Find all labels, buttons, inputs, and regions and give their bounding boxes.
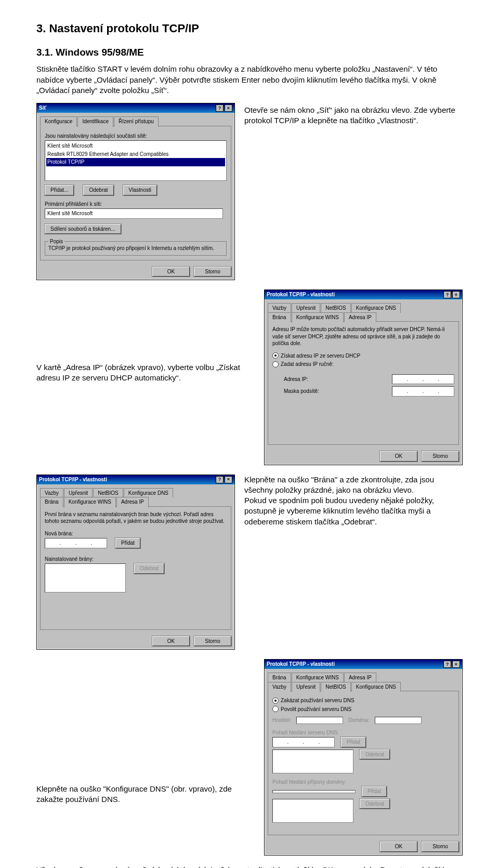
instruction-text: Klepněte na ouško "Brána" a zde zkontrol… [244,475,463,527]
close-icon[interactable]: × [452,661,460,668]
login-select[interactable]: Klient sítě Microsoft [45,208,223,219]
desc-text: TCP/IP je protokol používaný pro připoje… [48,245,214,251]
dialog-buttons: OK Storno [37,633,234,650]
dns-list[interactable] [272,749,353,773]
share-button[interactable]: Sdílení souborů a tiskáren... [45,224,121,234]
installed-gw-list[interactable] [45,563,126,593]
new-gw-row: ... Přidat [45,538,227,548]
list-item[interactable]: Realtek RTL8029 Ethernet Adapter and Com… [46,150,225,159]
domain-input[interactable] [375,717,422,724]
order1-inputrow: ... Přidat [272,737,454,747]
tabs-top: Vazby Upřesnit NetBIOS Konfigurace DNS [268,303,459,312]
window-ip: Protokol TCP/IP - vlastnosti ? × Vazby U… [264,290,463,465]
ok-button[interactable]: OK [152,636,190,647]
host-input[interactable] [296,717,343,724]
components-listbox[interactable]: Klient sítě Microsoft Realtek RTL8029 Et… [45,140,227,181]
tab-netbios[interactable]: NetBIOS [321,303,350,313]
tab-adresaip[interactable]: Adresa IP [344,673,376,682]
tab-konfigurace[interactable]: Konfigurace [40,116,77,127]
button-row: Přidat... Odebrat Vlastnosti [45,185,227,195]
remove-button[interactable]: Odebrat [360,799,390,809]
suffix-input[interactable] [272,790,356,793]
titlebar-buttons: ? × [216,476,232,483]
panel: Jsou nainstalovány následující součásti … [40,126,231,260]
cancel-button[interactable]: Storno [422,451,459,462]
tab-wins[interactable]: Konfigurace WINS [292,312,344,323]
titlebar-buttons: ? × [216,104,232,112]
help-icon[interactable]: ? [216,476,224,483]
tab-upresnit[interactable]: Upřesnit [64,488,93,498]
tab-brana[interactable]: Brána [40,497,63,507]
tab-brana[interactable]: Brána [268,312,291,323]
close-icon[interactable]: × [225,104,232,112]
tab-vazby[interactable]: Vazby [268,682,291,692]
suffix-list[interactable] [272,799,353,823]
window-body: Brána Konfigurace WINS Adresa IP Vazby U… [265,669,462,838]
add-button[interactable]: Přidat [341,737,366,747]
paragraph: Všechny změny provedené v předchozích kr… [36,865,463,868]
tab-upresnit[interactable]: Upřesnit [292,303,320,313]
tab-brana[interactable]: Brána [268,673,291,682]
dialog-buttons: OK Storno [37,264,234,280]
add-button[interactable]: Přidat [362,786,387,797]
tab-adresaip[interactable]: Adresa IP [344,312,376,323]
ip-input[interactable]: ... [392,374,454,385]
titlebar-buttons: ? × [443,291,460,298]
mask-row: Maska podsítě: ... [284,386,454,397]
radio-dot [272,361,279,367]
list-item-selected[interactable]: Protokol TCP/IP [46,158,225,166]
add-button[interactable]: Přidat... [45,185,74,195]
titlebar: Protokol TCP/IP - vlastnosti ? × [265,290,462,299]
window-body: Vazby Upřesnit NetBIOS Konfigurace DNS B… [37,484,234,633]
help-icon[interactable]: ? [443,661,451,668]
radio-enable-dns[interactable]: Povolit používání serveru DNS [272,706,454,713]
tab-dns[interactable]: Konfigurace DNS [351,303,401,313]
dns-ip-input[interactable]: ... [272,737,335,747]
list-item[interactable]: Klient sítě Microsoft [46,142,225,150]
tab-netbios[interactable]: NetBIOS [93,488,123,498]
row-ip: V kartě „Adresa IP“ (obrázek vpravo), vy… [36,290,463,465]
add-button[interactable]: Přidat [115,538,140,548]
tab-identifikace[interactable]: Identifikace [77,116,113,127]
tab-vazby[interactable]: Vazby [40,488,63,498]
remove-button[interactable]: Odebrat [360,749,390,760]
tab-dns[interactable]: Konfigurace DNS [124,488,173,498]
radio-manual[interactable]: Zadat adresu IP ručně: [272,361,454,368]
tab-netbios[interactable]: NetBIOS [321,682,350,692]
window-body: Konfigurace Identifikace Řízení přístupu… [37,113,234,264]
window-title: Síť [39,104,46,112]
tabs-bot: Brána Konfigurace WINS Adresa IP [268,312,459,322]
gw-input[interactable]: ... [45,538,107,548]
remove-button[interactable]: Odebrat [134,563,164,574]
tab-upresnit[interactable]: Upřesnit [292,682,320,692]
titlebar: Protokol TCP/IP - vlastnosti ? × [37,475,234,484]
tab-rizeni[interactable]: Řízení přístupu [114,116,159,127]
order1-label: Pořadí hledání serveru DNS: [272,729,454,737]
tab-wins[interactable]: Konfigurace WINS [64,497,116,507]
ok-button[interactable]: OK [380,451,417,462]
mask-input[interactable]: ... [392,386,454,397]
titlebar-buttons: ? × [443,661,460,668]
ip-label: Adresa IP: [284,376,308,383]
remove-button[interactable]: Odebrat [83,185,113,195]
close-icon[interactable]: × [452,291,460,298]
radio-dhcp[interactable]: Získat adresu IP ze serveru DHCP [272,352,454,360]
cancel-button[interactable]: Storno [194,636,231,647]
tab-dns[interactable]: Konfigurace DNS [351,682,401,692]
radio-dot [272,706,279,712]
cancel-button[interactable]: Storno [422,841,459,852]
help-icon[interactable]: ? [216,104,224,112]
ok-button[interactable]: OK [380,841,417,852]
tab-vazby[interactable]: Vazby [268,303,291,313]
ip-row: Adresa IP: ... [284,374,454,385]
tabs-bot: Brána Konfigurace WINS Adresa IP [40,496,231,507]
properties-button[interactable]: Vlastnosti [123,185,157,195]
tab-adresaip[interactable]: Adresa IP [116,497,149,507]
help-icon[interactable]: ? [443,291,451,298]
cancel-button[interactable]: Storno [194,267,231,277]
radio-disable-dns[interactable]: Zakázat používání serveru DNS [272,697,454,704]
close-icon[interactable]: × [225,476,232,483]
tab-wins[interactable]: Konfigurace WINS [292,673,344,682]
titlebar: Síť ? × [37,103,234,113]
ok-button[interactable]: OK [152,267,190,277]
